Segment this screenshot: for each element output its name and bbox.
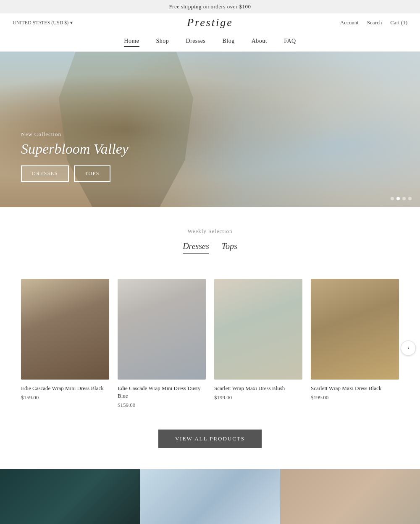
- cart-link[interactable]: Cart (1): [390, 19, 407, 26]
- nav-shop[interactable]: Shop: [156, 38, 169, 47]
- bottom-image-1: [0, 469, 140, 524]
- weekly-section: Weekly Selection Dresses Tops: [0, 207, 420, 275]
- account-link[interactable]: Account: [340, 19, 359, 26]
- nav-blog[interactable]: Blog: [222, 38, 234, 47]
- hero-buttons: DRESSES TOPS: [21, 165, 129, 182]
- search-link[interactable]: Search: [367, 19, 382, 26]
- view-all-section: VIEW ALL PRODUCTS: [0, 421, 420, 469]
- product-name-1: Edie Cascade Wrap Mini Dress Black: [21, 385, 109, 392]
- hero-tops-button[interactable]: TOPS: [74, 165, 110, 182]
- nav-faq[interactable]: FAQ: [284, 38, 296, 47]
- product-price-4: $199.00: [311, 394, 399, 401]
- product-price-1: $159.00: [21, 394, 109, 401]
- chevron-right-icon: ›: [407, 345, 410, 351]
- product-image-4: [311, 279, 399, 380]
- hero-dot-4[interactable]: [408, 197, 412, 200]
- bottom-images-row: [0, 469, 420, 524]
- hero-dots: [391, 197, 412, 200]
- product-price-3: $199.00: [214, 394, 302, 401]
- product-card-3[interactable]: Scarlett Wrap Maxi Dress Blush $199.00: [214, 279, 302, 409]
- tab-tops[interactable]: Tops: [222, 241, 237, 254]
- weekly-label: Weekly Selection: [0, 228, 420, 235]
- hero-dot-2[interactable]: [396, 197, 400, 200]
- hero-dot-3[interactable]: [402, 197, 406, 200]
- nav-dresses[interactable]: Dresses: [186, 38, 205, 47]
- product-card-1[interactable]: Edie Cascade Wrap Mini Dress Black $159.…: [21, 279, 109, 409]
- product-name-3: Scarlett Wrap Maxi Dress Blush: [214, 385, 302, 392]
- locale-text: UNITED STATES (USD $): [13, 20, 68, 26]
- hero-dot-1[interactable]: [391, 197, 394, 200]
- view-all-products-button[interactable]: VIEW ALL PRODUCTS: [158, 430, 262, 448]
- hero-overlay: New Collection Superbloom Valley DRESSES…: [21, 131, 129, 182]
- weekly-tabs: Dresses Tops: [0, 241, 420, 254]
- hero-title: Superbloom Valley: [21, 141, 129, 157]
- header-actions: Account Search Cart (1): [340, 19, 407, 26]
- product-image-2: [118, 279, 206, 380]
- bottom-image-3: [280, 469, 420, 524]
- hero-dresses-button[interactable]: DRESSES: [21, 165, 69, 182]
- locale-arrow-icon: ▾: [70, 20, 73, 26]
- main-nav: Home Shop Dresses Blog About FAQ: [0, 32, 420, 52]
- nav-about[interactable]: About: [252, 38, 268, 47]
- product-name-4: Scarlett Wrap Maxi Dress Black: [311, 385, 399, 392]
- product-card-2[interactable]: Edie Cascade Wrap Mini Dress Dusty Blue …: [118, 279, 206, 409]
- hero-subtitle: New Collection: [21, 131, 129, 138]
- tab-dresses[interactable]: Dresses: [183, 241, 209, 254]
- product-image-3: [214, 279, 302, 380]
- announcement-bar: Free shipping on orders over $100: [0, 0, 420, 13]
- top-bar: UNITED STATES (USD $) ▾ Prestige Account…: [0, 13, 420, 32]
- hero-banner: New Collection Superbloom Valley DRESSES…: [0, 52, 420, 207]
- product-card-4[interactable]: Scarlett Wrap Maxi Dress Black $199.00: [311, 279, 399, 409]
- bottom-image-2: [140, 469, 280, 524]
- product-name-2: Edie Cascade Wrap Mini Dress Dusty Blue: [118, 385, 206, 400]
- locale-selector[interactable]: UNITED STATES (USD $) ▾: [13, 20, 73, 26]
- nav-home[interactable]: Home: [124, 38, 139, 47]
- announcement-text: Free shipping on orders over $100: [169, 3, 251, 10]
- product-image-1: [21, 279, 109, 380]
- carousel-next-button[interactable]: ›: [401, 341, 416, 356]
- products-grid: Edie Cascade Wrap Mini Dress Black $159.…: [0, 275, 420, 421]
- product-price-2: $159.00: [118, 402, 206, 409]
- logo[interactable]: Prestige: [187, 16, 233, 29]
